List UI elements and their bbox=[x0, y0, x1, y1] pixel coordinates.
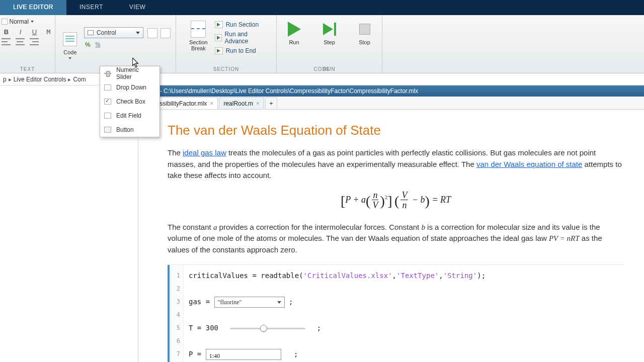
menu-button[interactable]: Button bbox=[100, 123, 159, 137]
paragraph-1: The ideal gas law treats the molecules o… bbox=[168, 147, 624, 182]
gas-dropdown-control[interactable]: "fluorine" bbox=[214, 297, 285, 308]
align-right-button[interactable] bbox=[30, 38, 39, 45]
stop-button[interactable]: Stop bbox=[351, 21, 379, 45]
align-left-button[interactable] bbox=[2, 38, 11, 45]
breadcrumb-seg-3[interactable]: Com bbox=[73, 76, 86, 83]
play-to-end-icon bbox=[215, 47, 223, 54]
paragraph-2: The constant a provides a correction for… bbox=[168, 222, 624, 256]
temperature-slider-control[interactable] bbox=[230, 323, 305, 333]
comment-percent-icon[interactable]: % bbox=[85, 41, 91, 48]
group-label-section: SECTION bbox=[213, 66, 239, 72]
section-break-button[interactable]: Section Break bbox=[187, 21, 210, 51]
bold-button[interactable]: B bbox=[2, 27, 12, 36]
play-icon bbox=[288, 22, 301, 37]
underline-button[interactable]: U bbox=[30, 27, 40, 36]
menu-drop-down[interactable]: Drop Down bbox=[100, 80, 159, 95]
italic-button[interactable]: I bbox=[16, 27, 26, 36]
group-text: Normal B I U M TEXT bbox=[0, 15, 55, 73]
close-icon[interactable]: × bbox=[256, 100, 260, 107]
toolstrip: Normal B I U M TEXT Code bbox=[0, 15, 644, 73]
code-icon bbox=[63, 32, 77, 46]
link-vdw-eos[interactable]: van der Waals equation of state bbox=[476, 160, 582, 168]
code-text[interactable]: criticalValues = readtable('CriticalValu… bbox=[184, 265, 624, 362]
menu-numeric-slider[interactable]: Numeric Slider bbox=[100, 66, 159, 80]
step-play-icon bbox=[323, 23, 333, 35]
control-dropdown-menu: Numeric Slider Drop Down Check Box Edit … bbox=[100, 66, 160, 137]
step-bar-icon bbox=[334, 23, 336, 36]
control-icon bbox=[88, 30, 94, 35]
section-break-icon bbox=[191, 21, 206, 38]
run-section-button[interactable]: Run Section bbox=[215, 21, 265, 28]
play-advance-icon bbox=[215, 34, 222, 41]
path-breadcrumb[interactable]: p▸ Live Editor Controls▸ Com bbox=[0, 73, 644, 85]
dropdown-icon bbox=[104, 84, 111, 90]
breadcrumb-seg-2[interactable]: Live Editor Controls bbox=[14, 76, 66, 83]
stop-icon bbox=[359, 24, 370, 35]
slider-icon bbox=[104, 70, 111, 76]
align-center-button[interactable] bbox=[16, 38, 25, 45]
group-label-text: TEXT bbox=[20, 66, 35, 72]
pressure-edit-field-control[interactable]: 1:40 bbox=[206, 349, 281, 360]
document-body[interactable]: The van der Waals Equation of State The … bbox=[138, 110, 644, 362]
equation: [P + a(nV)2] (Vn − b) = RT bbox=[168, 191, 624, 212]
tab-insert[interactable]: INSERT bbox=[66, 0, 116, 15]
control-dropdown-button[interactable]: Control bbox=[84, 27, 143, 38]
code-section: 123456789 criticalValues = readtable('Cr… bbox=[168, 264, 624, 362]
tab-view[interactable]: VIEW bbox=[116, 0, 159, 15]
link-ideal-gas-law[interactable]: ideal gas law bbox=[183, 148, 226, 157]
run-and-advance-button[interactable]: Run and Advance bbox=[215, 31, 265, 45]
doc-tab-2[interactable]: realRoot.m× bbox=[219, 97, 264, 109]
paragraph-style-dropdown[interactable]: Normal bbox=[2, 18, 54, 25]
editfield-icon bbox=[104, 113, 111, 119]
toolstrip-tabs: LIVE EDITOR INSERT VIEW bbox=[0, 0, 644, 15]
refactor-icon-2[interactable] bbox=[160, 28, 171, 38]
new-tab-button[interactable]: + bbox=[265, 97, 277, 109]
doc-heading: The van der Waals Equation of State bbox=[168, 121, 624, 140]
tab-live-editor[interactable]: LIVE EDITOR bbox=[0, 0, 66, 15]
uncomment-icon[interactable]: % bbox=[96, 41, 101, 48]
run-to-end-button[interactable]: Run to End bbox=[215, 47, 265, 54]
chevron-down-icon bbox=[277, 301, 281, 304]
monospace-button[interactable]: M bbox=[44, 27, 54, 36]
editor-title-bar: Editor - C:\Users\dmullen\Desktop\Live E… bbox=[138, 85, 644, 97]
code-button[interactable]: Code bbox=[60, 18, 80, 72]
play-icon bbox=[215, 21, 223, 28]
run-button[interactable]: Run bbox=[280, 21, 308, 45]
mouse-cursor bbox=[132, 58, 139, 68]
group-label-run: RUN bbox=[323, 66, 336, 72]
document-tabs: mpressibilityFactor.mlx× realRoot.m× + bbox=[138, 97, 644, 110]
close-icon[interactable]: × bbox=[210, 100, 213, 107]
checkbox-icon bbox=[104, 99, 111, 105]
refactor-icon[interactable] bbox=[147, 28, 157, 38]
paragraph-style-value: Normal bbox=[10, 18, 29, 25]
step-button[interactable]: Step bbox=[315, 21, 344, 45]
line-gutter: 123456789 bbox=[170, 265, 184, 362]
button-icon bbox=[104, 127, 111, 133]
menu-check-box[interactable]: Check Box bbox=[100, 95, 159, 109]
breadcrumb-seg-1[interactable]: p bbox=[3, 76, 7, 83]
menu-edit-field[interactable]: Edit Field bbox=[100, 109, 159, 123]
chevron-down-icon bbox=[136, 32, 140, 34]
